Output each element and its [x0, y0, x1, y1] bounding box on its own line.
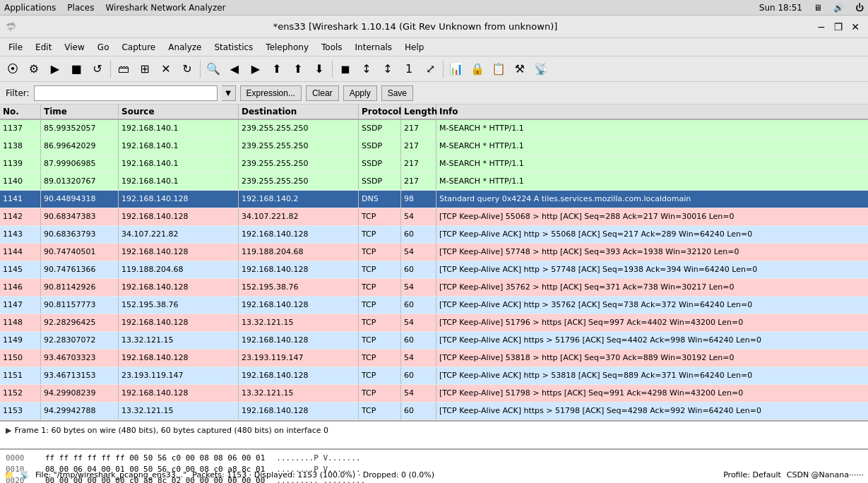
- detail-frame[interactable]: ▶ Frame 1: 60 bytes on wire (480 bits), …: [6, 424, 862, 436]
- col-header-source[interactable]: Source: [119, 105, 239, 119]
- cell-src: 192.168.140.1: [119, 173, 239, 190]
- cell-proto: TCP: [359, 367, 401, 384]
- menu-item-edit[interactable]: Edit: [30, 41, 57, 54]
- cell-no: 1149: [0, 332, 41, 349]
- toolbar-btn-tools[interactable]: ⚒: [510, 59, 530, 79]
- toolbar-btn-normal[interactable]: 1: [399, 59, 419, 79]
- menu-item-help[interactable]: Help: [399, 41, 429, 54]
- clear-button[interactable]: Clear: [306, 85, 339, 101]
- cell-no: 1141: [0, 191, 41, 208]
- cell-info: [TCP Keep-Alive] 51796 > https [ACK] Seq…: [436, 314, 868, 331]
- col-header-time[interactable]: Time: [41, 105, 119, 119]
- menu-item-telephony[interactable]: Telephony: [260, 41, 314, 54]
- toolbar-btn-close[interactable]: ✕: [156, 59, 176, 79]
- col-header-info[interactable]: Info: [436, 105, 868, 119]
- cell-no: 1137: [0, 120, 41, 137]
- toolbar-btn-ssl[interactable]: 🔒: [468, 59, 487, 79]
- col-header-protocol[interactable]: Protocol: [359, 105, 401, 119]
- table-row[interactable]: 1138 86.99642029 192.168.140.1 239.255.2…: [0, 138, 868, 155]
- table-row[interactable]: 1144 90.74740501 192.168.140.128 119.188…: [0, 244, 868, 261]
- toolbar-btn-fileset[interactable]: ⊞: [135, 59, 155, 79]
- toolbar-btn-next[interactable]: ▶: [246, 59, 266, 79]
- toolbar-btn-prevmark[interactable]: ⬆: [288, 59, 308, 79]
- save-button[interactable]: Save: [381, 85, 413, 101]
- col-header-destination[interactable]: Destination: [239, 105, 359, 119]
- minimize-button[interactable]: −: [814, 20, 828, 34]
- toolbar-btn-iograph[interactable]: 📊: [446, 59, 466, 79]
- table-row[interactable]: 1145 90.74761366 119.188.204.68 192.168.…: [0, 261, 868, 279]
- close-button[interactable]: ✕: [848, 20, 862, 34]
- table-row[interactable]: 1151 93.46713153 23.193.119.147 192.168.…: [0, 367, 868, 385]
- filter-label: Filter:: [6, 88, 30, 98]
- cell-dst: 13.32.121.15: [239, 385, 359, 402]
- cell-len: 60: [401, 226, 436, 243]
- cell-src: 23.193.119.147: [119, 367, 239, 384]
- table-row[interactable]: 1147 90.81157773 152.195.38.76 192.168.1…: [0, 297, 868, 314]
- table-row[interactable]: 1139 87.99906985 192.168.140.1 239.255.2…: [0, 155, 868, 173]
- cell-info: M-SEARCH * HTTP/1.1: [436, 173, 868, 190]
- table-row[interactable]: 1143 90.68363793 34.107.221.82 192.168.1…: [0, 226, 868, 244]
- table-row[interactable]: 1150 93.46703323 192.168.140.128 23.193.…: [0, 350, 868, 367]
- cell-proto: TCP: [359, 332, 401, 349]
- toolbar-btn-first[interactable]: ⬆: [267, 59, 287, 79]
- cell-info: M-SEARCH * HTTP/1.1: [436, 120, 868, 137]
- maximize-button[interactable]: ❐: [831, 20, 845, 34]
- toolbar-btn-open[interactable]: 🗃: [114, 59, 133, 79]
- menu-item-internals[interactable]: Internals: [350, 41, 398, 54]
- profile: Profile: Default: [723, 470, 781, 479]
- table-row[interactable]: 1140 89.01320767 192.168.140.1 239.255.2…: [0, 173, 868, 191]
- cell-src: 192.168.140.1: [119, 120, 239, 137]
- cell-time: 86.99642029: [41, 138, 119, 155]
- table-row[interactable]: 1149 92.28307072 13.32.121.15 192.168.14…: [0, 332, 868, 350]
- filter-input[interactable]: [34, 85, 218, 101]
- menu-item-capture[interactable]: Capture: [116, 41, 161, 54]
- cell-info: [TCP Keep-Alive ACK] https > 51796 [ACK]…: [436, 332, 868, 349]
- table-row[interactable]: 1141 90.44894318 192.168.140.128 192.168…: [0, 191, 868, 208]
- toolbar-btn-start[interactable]: ⦿: [3, 59, 23, 79]
- toolbar-btn-restart[interactable]: ↺: [88, 59, 107, 79]
- menu-item-statistics[interactable]: Statistics: [208, 41, 258, 54]
- expand-icon[interactable]: ▶: [6, 426, 11, 435]
- col-header-no[interactable]: No.: [0, 105, 41, 119]
- cell-time: 87.99906985: [41, 155, 119, 172]
- applications-menu[interactable]: Applications: [4, 3, 56, 13]
- filter-dropdown[interactable]: ▼: [222, 85, 236, 101]
- hex-addr: 0000: [6, 453, 34, 464]
- table-row[interactable]: 1153 94.29942788 13.32.121.15 192.168.14…: [0, 402, 868, 420]
- menu-item-tools[interactable]: Tools: [316, 41, 348, 54]
- menu-item-view[interactable]: View: [59, 41, 90, 54]
- table-row[interactable]: 1152 94.29908239 192.168.140.128 13.32.1…: [0, 385, 868, 402]
- toolbar-btn-zoomin[interactable]: ↕: [357, 59, 376, 79]
- toolbar-btn-filter[interactable]: ▶: [45, 59, 65, 79]
- menu-item-analyze[interactable]: Analyze: [162, 41, 207, 54]
- cell-src: 192.168.140.128: [119, 208, 239, 225]
- cell-time: 90.81157773: [41, 297, 119, 314]
- toolbar-btn-stop[interactable]: ■: [66, 59, 86, 79]
- cell-len: 54: [401, 279, 436, 296]
- table-row[interactable]: 1137 85.99352057 192.168.140.1 239.255.2…: [0, 120, 868, 138]
- toolbar-btn-nextmark[interactable]: ⬇: [309, 59, 329, 79]
- cell-info: [TCP Keep-Alive ACK] http > 57748 [ACK] …: [436, 261, 868, 278]
- toolbar-btn-reload[interactable]: ↻: [177, 59, 197, 79]
- table-row[interactable]: 1146 90.81142926 192.168.140.128 152.195…: [0, 279, 868, 297]
- toolbar-btn-resize[interactable]: ⤢: [420, 59, 440, 79]
- cell-len: 60: [401, 261, 436, 278]
- toolbar-btn-find[interactable]: 🔍: [203, 59, 223, 79]
- toolbar-btn-wireless[interactable]: 📡: [531, 59, 551, 79]
- toolbar-btn-prev[interactable]: ◀: [225, 59, 244, 79]
- apply-button[interactable]: Apply: [343, 85, 377, 101]
- menu-bar: FileEditViewGoCaptureAnalyzeStatisticsTe…: [0, 38, 868, 56]
- menu-item-file[interactable]: File: [3, 41, 28, 54]
- col-header-length[interactable]: Length: [401, 105, 436, 119]
- toolbar-btn-options[interactable]: ⚙: [24, 59, 44, 79]
- toolbar-btn-decode[interactable]: 📋: [489, 59, 509, 79]
- places-menu[interactable]: Places: [67, 3, 94, 13]
- menu-item-go[interactable]: Go: [92, 41, 115, 54]
- table-row[interactable]: 1148 92.28296425 192.168.140.128 13.32.1…: [0, 314, 868, 332]
- toolbar-btn-zoomout[interactable]: ↕: [378, 59, 398, 79]
- table-row[interactable]: 1142 90.68347383 192.168.140.128 34.107.…: [0, 208, 868, 226]
- cell-no: 1145: [0, 261, 41, 278]
- toolbar-btn-color[interactable]: ◼: [335, 59, 355, 79]
- expression-button[interactable]: Expression...: [240, 85, 302, 101]
- cell-time: 90.74761366: [41, 261, 119, 278]
